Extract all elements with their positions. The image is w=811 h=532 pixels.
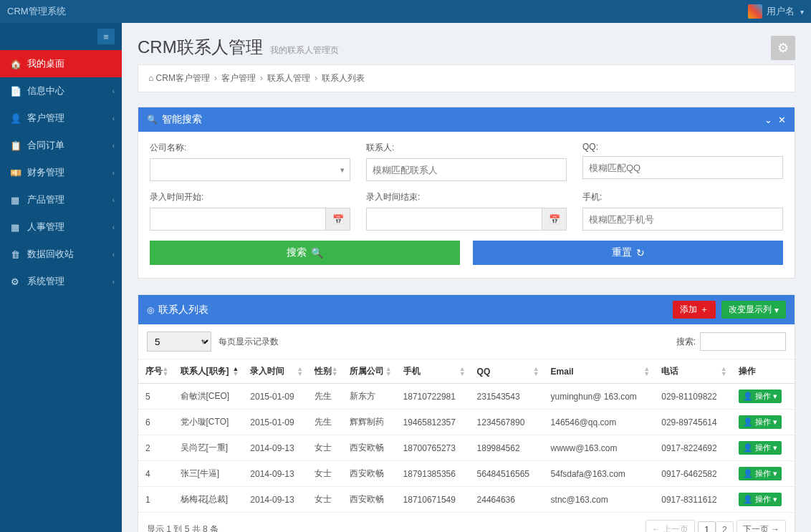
table-cell: 2014-09-13 — [243, 487, 307, 513]
sort-icon: ▲▼ — [721, 367, 727, 377]
header-label: 序号 — [145, 366, 163, 376]
chevron-left-icon: ‹ — [112, 87, 115, 95]
collapse-icon[interactable]: ⌄ — [764, 115, 772, 125]
col-header-8[interactable]: 电话▲▼ — [654, 359, 731, 384]
breadcrumb: ⌂ CRM客户管理›客户管理›联系人管理›联系人列表 — [138, 64, 795, 92]
header-label: 联系人[职务] — [181, 366, 229, 376]
sidebar-item-0[interactable]: 🏠我的桌面 — [0, 50, 122, 77]
table-row: 4张三[牛逼]2014-09-13女士西安欧畅18791385356564845… — [138, 461, 795, 487]
sidebar-toggle-button[interactable]: ≡ — [97, 29, 115, 44]
header-label: 操作 — [739, 366, 756, 376]
sidebar-item-8[interactable]: ⚙系统管理‹ — [0, 268, 122, 295]
col-header-7[interactable]: Email▲▼ — [544, 359, 655, 384]
table-cell: 029-81109822 — [654, 384, 731, 410]
table-cell: 4 — [138, 461, 173, 487]
page-size-label: 每页显示记录数 — [219, 336, 279, 348]
table-cell: 杨梅花[总裁] — [173, 487, 244, 513]
sidebar-icon: ▦ — [10, 195, 20, 205]
sidebar-item-4[interactable]: 💴财务管理‹ — [0, 159, 122, 186]
sidebar-item-2[interactable]: 👤客户管理‹ — [0, 105, 122, 132]
col-header-0[interactable]: 序号▲▼ — [138, 359, 173, 384]
reset-button[interactable]: 重置 ↻ — [473, 241, 783, 265]
col-header-9[interactable]: 操作 — [731, 359, 795, 384]
columns-button-label: 改变显示列 — [729, 304, 772, 316]
end-date-input[interactable] — [366, 208, 542, 231]
sidebar-item-1[interactable]: 📄信息中心‹ — [0, 77, 122, 105]
table-cell: 146546@qq.com — [544, 410, 655, 435]
page-title: CRM联系人管理 — [138, 36, 263, 59]
start-date-label: 录入时间开始: — [150, 191, 350, 203]
sidebar-item-label: 系统管理 — [27, 275, 64, 288]
table-cell: 19465812357 — [396, 410, 470, 435]
table-cell: 2015-01-09 — [243, 410, 307, 435]
sidebar-item-5[interactable]: ▦产品管理‹ — [0, 186, 122, 213]
table-search-label: 搜索: — [676, 336, 696, 348]
sidebar-item-7[interactable]: 🗑数据回收站‹ — [0, 241, 122, 268]
prev-page-button[interactable]: ← 上一页 — [646, 520, 695, 532]
sidebar-item-label: 数据回收站 — [27, 248, 74, 261]
sidebar-item-3[interactable]: 📋合同订单‹ — [0, 132, 122, 159]
sort-icon: ▲▼ — [332, 367, 338, 377]
breadcrumb-item[interactable]: CRM客户管理 — [156, 73, 210, 83]
start-date-input[interactable] — [150, 208, 326, 231]
chevron-down-icon: ▾ — [773, 443, 777, 453]
breadcrumb-item[interactable]: 联系人管理 — [267, 73, 310, 83]
col-header-1[interactable]: 联系人[职务]▲▼ — [173, 359, 244, 384]
chevron-left-icon: ‹ — [112, 223, 115, 231]
table-cell-op: 👤操作▾ — [731, 461, 795, 487]
person-icon: 👤 — [743, 469, 753, 478]
sidebar-icon: ⚙ — [10, 276, 20, 287]
next-page-button[interactable]: 下一页 → — [736, 520, 786, 532]
table-cell-op: 👤操作▾ — [731, 384, 795, 410]
col-header-4[interactable]: 所属公司▲▼ — [342, 359, 396, 384]
end-date-label: 录入时间结束: — [366, 191, 567, 203]
breadcrumb-item[interactable]: 客户管理 — [221, 73, 256, 83]
col-header-6[interactable]: QQ▲▼ — [470, 359, 544, 384]
list-panel-header: ◎ 联系人列表 添加 ＋ 改变显示列 ▾ — [138, 295, 795, 324]
col-header-5[interactable]: 手机▲▼ — [396, 359, 470, 384]
close-icon[interactable]: ✕ — [778, 115, 786, 125]
table-cell: 189984562 — [470, 435, 544, 461]
phone-label: 手机: — [582, 191, 783, 203]
table-cell: 西安欧畅 — [342, 435, 396, 461]
qq-input[interactable] — [582, 156, 783, 179]
col-header-2[interactable]: 录入时间▲▼ — [243, 359, 307, 384]
table-cell: 18791385356 — [396, 461, 470, 487]
table-footer: 显示 1 到 5 共 8 条 ← 上一页 12 下一页 → — [138, 513, 795, 532]
table-cell: 231543543 — [470, 384, 544, 410]
settings-button[interactable]: ⚙ — [771, 36, 795, 60]
row-action-button[interactable]: 👤操作▾ — [739, 415, 782, 429]
table-cell: 女士 — [307, 461, 342, 487]
table-cell: 西安欧畅 — [342, 487, 396, 513]
add-button[interactable]: 添加 ＋ — [673, 301, 716, 319]
col-header-3[interactable]: 性别▲▼ — [307, 359, 342, 384]
table-cell-op: 👤操作▾ — [731, 435, 795, 461]
table-search-input[interactable] — [700, 332, 786, 351]
row-action-button[interactable]: 👤操作▾ — [739, 441, 782, 455]
page-size-select[interactable]: 5 — [147, 332, 211, 352]
phone-input[interactable] — [582, 208, 783, 231]
sidebar-item-6[interactable]: ▦人事管理‹ — [0, 213, 122, 241]
company-select[interactable] — [150, 158, 350, 181]
contact-input[interactable] — [366, 158, 567, 181]
table-cell: 党小璇[CTO] — [173, 410, 244, 435]
table-cell-op: 👤操作▾ — [731, 487, 795, 513]
user-menu[interactable]: 用户名 ▾ — [748, 4, 804, 19]
page-button-1[interactable]: 1 — [698, 521, 716, 533]
chevron-left-icon: ‹ — [112, 251, 115, 258]
calendar-icon[interactable]: 📅 — [326, 208, 350, 231]
breadcrumb-sep: › — [214, 73, 217, 83]
gear-icon: ⚙ — [777, 40, 789, 56]
chevron-down-icon: ▾ — [773, 417, 777, 427]
table-cell: 2 — [138, 435, 173, 461]
search-button[interactable]: 搜索 🔍 — [150, 241, 460, 265]
person-icon: 👤 — [743, 392, 753, 401]
row-action-button[interactable]: 👤操作▾ — [739, 493, 782, 506]
columns-button[interactable]: 改变显示列 ▾ — [721, 301, 786, 319]
calendar-icon[interactable]: 📅 — [542, 208, 567, 231]
row-action-button[interactable]: 👤操作▾ — [739, 467, 782, 480]
breadcrumb-item[interactable]: 联系人列表 — [322, 73, 365, 83]
row-action-button[interactable]: 👤操作▾ — [739, 390, 782, 403]
page-button-2[interactable]: 2 — [716, 521, 734, 533]
sidebar-icon: 💴 — [10, 168, 20, 178]
